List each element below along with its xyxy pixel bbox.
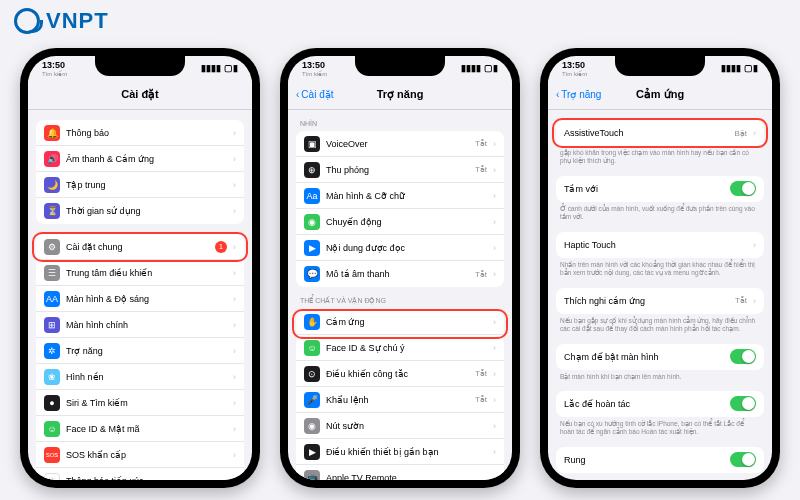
row-assistivetouch[interactable]: AssistiveTouch Bật ›: [556, 120, 764, 146]
list-item[interactable]: ❀Hình nền›: [36, 364, 244, 390]
app-icon: ⏳: [44, 203, 60, 219]
list-item[interactable]: ●Siri & Tìm kiếm›: [36, 390, 244, 416]
list-item[interactable]: ☺Face ID & Sự chú ý›: [296, 335, 504, 361]
back-button[interactable]: ‹Cài đặt: [296, 89, 333, 100]
row-reachability[interactable]: Tầm với: [556, 176, 764, 202]
row-label: Trung tâm điều khiển: [66, 268, 227, 278]
row-shake-to-undo[interactable]: Lắc để hoàn tác: [556, 391, 764, 417]
list-item[interactable]: ⊙Điều khiển công tắcTắt›: [296, 361, 504, 387]
row-touch-accommodations[interactable]: Thích nghi cảm ứng Tắt ›: [556, 288, 764, 314]
row-haptic-touch[interactable]: Haptic Touch ›: [556, 232, 764, 258]
chevron-right-icon: ›: [493, 395, 496, 405]
chevron-right-icon: ›: [493, 473, 496, 481]
chevron-right-icon: ›: [233, 128, 236, 138]
list-item[interactable]: ⊞Màn hình chính›: [36, 312, 244, 338]
chevron-right-icon: ›: [233, 180, 236, 190]
row-label: Chuyển động: [326, 217, 487, 227]
row-touch[interactable]: ✋ Cảm ứng ›: [296, 309, 504, 335]
app-icon: ▶: [304, 240, 320, 256]
chevron-right-icon: ›: [233, 450, 236, 460]
list-item[interactable]: ☀Thông báo tiếp xúc›: [36, 468, 244, 480]
app-icon: ☰: [44, 265, 60, 281]
app-icon: ◉: [304, 214, 320, 230]
chevron-right-icon: ›: [233, 242, 236, 252]
phone-2: 13:50Tìm kiếm ▮▮▮▮▢▮ ‹Cài đặt Trợ năng N…: [280, 48, 520, 488]
app-icon: ▶: [304, 444, 320, 460]
toggle-reachability[interactable]: [730, 181, 756, 196]
chevron-right-icon: ›: [233, 424, 236, 434]
list-item[interactable]: SOSSOS khẩn cấp›: [36, 442, 244, 468]
app-icon: 🔔: [44, 125, 60, 141]
list-item[interactable]: ▣VoiceOverTắt›: [296, 131, 504, 157]
hand-icon: ✋: [304, 314, 320, 330]
list-item[interactable]: ⊕Thu phóngTắt›: [296, 157, 504, 183]
list-item[interactable]: ☺Face ID & Mật mã›: [36, 416, 244, 442]
chevron-left-icon: ‹: [296, 89, 299, 100]
list-item[interactable]: ◉Nút sườn›: [296, 413, 504, 439]
app-icon: 💬: [304, 266, 320, 282]
chevron-left-icon: ‹: [556, 89, 559, 100]
list-item[interactable]: AAMàn hình & Độ sáng›: [36, 286, 244, 312]
row-label: Thông báo: [66, 128, 227, 138]
list-item[interactable]: ☰Trung tâm điều khiển›: [36, 260, 244, 286]
list-item[interactable]: 🔊Âm thanh & Cảm ứng›: [36, 146, 244, 172]
row-value: Tắt: [475, 270, 487, 279]
row-label: Trợ năng: [66, 346, 227, 356]
toggle-vibration[interactable]: [730, 452, 756, 467]
toggle-shake-to-undo[interactable]: [730, 396, 756, 411]
chevron-right-icon: ›: [233, 268, 236, 278]
app-icon: ☀: [44, 473, 60, 481]
chevron-right-icon: ›: [493, 139, 496, 149]
app-icon: 🎤: [304, 392, 320, 408]
row-label: Apple TV Remote: [326, 473, 487, 481]
chevron-right-icon: ›: [493, 369, 496, 379]
notch: [615, 56, 705, 76]
list-item[interactable]: AaMàn hình & Cỡ chữ›: [296, 183, 504, 209]
row-tap-to-wake[interactable]: Chạm để bật màn hình: [556, 344, 764, 370]
list-item[interactable]: 📺Apple TV Remote›: [296, 465, 504, 480]
list-item[interactable]: ◉Chuyển động›: [296, 209, 504, 235]
list-item[interactable]: 🔔Thông báo›: [36, 120, 244, 146]
chevron-right-icon: ›: [493, 217, 496, 227]
row-value: Tắt: [475, 139, 487, 148]
chevron-right-icon: ›: [753, 128, 756, 138]
list-item[interactable]: ▶Nội dung được đọc›: [296, 235, 504, 261]
battery-icon: ▢▮: [224, 63, 238, 73]
list-item[interactable]: ▶Điều khiển thiết bị gần bạn›: [296, 439, 504, 465]
logo-swirl-icon: [14, 8, 40, 34]
row-label: Âm thanh & Cảm ứng: [66, 154, 227, 164]
row-label: Face ID & Sự chú ý: [326, 343, 487, 353]
app-icon: ●: [44, 395, 60, 411]
badge: 1: [215, 241, 227, 253]
chevron-right-icon: ›: [233, 372, 236, 382]
chevron-right-icon: ›: [233, 476, 236, 481]
signal-icon: ▮▮▮▮: [201, 63, 221, 73]
section-header-vision: NHÌN: [288, 120, 512, 131]
app-icon: Aa: [304, 188, 320, 204]
chevron-right-icon: ›: [493, 191, 496, 201]
row-label: Nút sườn: [326, 421, 487, 431]
app-icon: ⊙: [304, 366, 320, 382]
row-label: Thời gian sử dụng: [66, 206, 227, 216]
chevron-right-icon: ›: [753, 240, 756, 250]
row-general-settings[interactable]: ⚙︎ Cài đặt chung 1 ›: [36, 234, 244, 260]
chevron-right-icon: ›: [233, 346, 236, 356]
notch: [95, 56, 185, 76]
list-item[interactable]: ✲Trợ năng›: [36, 338, 244, 364]
row-label: VoiceOver: [326, 139, 469, 149]
row-label: Thông báo tiếp xúc: [66, 476, 227, 481]
row-vibration[interactable]: Rung: [556, 447, 764, 473]
app-icon: 🔊: [44, 151, 60, 167]
back-button[interactable]: ‹Trợ năng: [556, 89, 601, 100]
list-item[interactable]: ⏳Thời gian sử dụng›: [36, 198, 244, 224]
list-item[interactable]: 🌙Tập trung›: [36, 172, 244, 198]
chevron-right-icon: ›: [233, 398, 236, 408]
row-label: Mô tả âm thanh: [326, 269, 469, 279]
list-item[interactable]: 💬Mô tả âm thanhTắt›: [296, 261, 504, 287]
app-icon: ☺: [304, 340, 320, 356]
list-item[interactable]: 🎤Khẩu lệnhTắt›: [296, 387, 504, 413]
toggle-tap-to-wake[interactable]: [730, 349, 756, 364]
row-label: Nội dung được đọc: [326, 243, 487, 253]
row-value: Tắt: [475, 395, 487, 404]
chevron-right-icon: ›: [493, 421, 496, 431]
